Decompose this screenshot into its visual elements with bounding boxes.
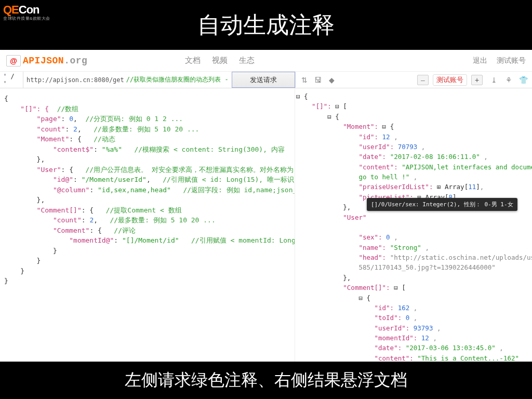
slide-footer: 左侧请求绿色注释、右侧结果悬浮文档	[0, 362, 532, 399]
minus-button[interactable]: –	[417, 75, 429, 85]
cube-icon[interactable]: ◆	[327, 75, 336, 85]
nav-docs[interactable]: 文档	[185, 56, 201, 65]
shirt-icon[interactable]: 👕	[518, 75, 528, 85]
qecon-logo: QE Con 全球软件质量&效能大会	[3, 3, 50, 21]
path-prefix[interactable]: ' / '	[0, 72, 23, 88]
url-input[interactable]: http://apijson.cn:8080/get//获取类似微信朋友圈的动态…	[23, 72, 232, 88]
app-window: @ APIJSON.org 文档 视频 生态 退出 测试账号 ' / ' htt…	[0, 50, 532, 362]
hover-tooltip: []/0/User/sex: Integer(2), 性别： 0-男 1-女	[367, 198, 517, 211]
test-account-badge[interactable]: 测试账号	[433, 74, 467, 86]
nav-video[interactable]: 视频	[212, 56, 228, 65]
nav-center: 文档 视频 生态	[185, 56, 255, 65]
nav-eco[interactable]: 生态	[239, 56, 255, 65]
test-account-link[interactable]: 测试账号	[497, 56, 526, 65]
logo-subtitle: 全球软件质量&效能大会	[3, 16, 50, 21]
slide-top-bar: QE Con 全球软件质量&效能大会 自动生成注释	[0, 0, 532, 50]
logout-link[interactable]: 退出	[473, 56, 487, 65]
response-viewer[interactable]: ⊟ { "[]": ⊟ [ ⊟ { "Moment": ⊟ { "id": 12…	[295, 88, 532, 362]
brand-icon: @	[6, 55, 21, 66]
nav-right: 退出 测试账号	[473, 56, 526, 65]
send-button[interactable]: 发送请求	[232, 72, 295, 88]
share-icon[interactable]: ⚘	[504, 75, 513, 85]
filter-icon[interactable]: ⇅	[300, 75, 309, 85]
toolbar: ' / ' http://apijson.cn:8080/get//获取类似微信…	[0, 72, 532, 88]
logo-qe: QE	[3, 3, 19, 17]
logo-con: Con	[19, 3, 39, 17]
app-header: @ APIJSON.org 文档 视频 生态 退出 测试账号	[0, 50, 532, 72]
request-editor[interactable]: { "[]": { //数组 "page": 0, //分页页码: 例如 0 1…	[0, 88, 295, 362]
slide-title: 自动生成注释	[197, 10, 335, 41]
brand-text[interactable]: APIJSON.org	[23, 56, 87, 66]
plus-button[interactable]: +	[471, 75, 483, 85]
save-icon[interactable]: 🖫	[313, 75, 323, 85]
download-icon[interactable]: ⤓	[489, 75, 499, 85]
